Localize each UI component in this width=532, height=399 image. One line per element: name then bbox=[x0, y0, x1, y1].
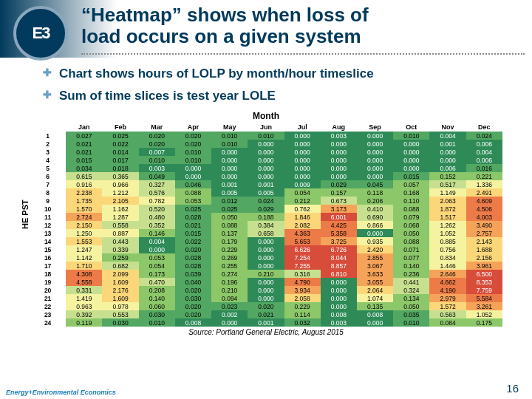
bullet-list: Chart shows hours of LOLP by month/hour … bbox=[30, 66, 517, 103]
heatmap-cell: 1.142 bbox=[66, 253, 102, 262]
heatmap-cell: 0.004 bbox=[139, 237, 175, 245]
heatmap-cell: 0.025 bbox=[175, 205, 211, 213]
heatmap-cell: 0.010 bbox=[211, 132, 248, 140]
heatmap-cell: 0.212 bbox=[284, 197, 321, 205]
heatmap-cell: 0.010 bbox=[175, 148, 211, 156]
heatmap-cell: 0.563 bbox=[429, 310, 466, 318]
heatmap-cell: 0.022 bbox=[102, 140, 138, 148]
heatmap-cell: 0.000 bbox=[357, 229, 393, 237]
heatmap-cell: 0.682 bbox=[102, 262, 138, 270]
heatmap-cell: 1.052 bbox=[466, 310, 502, 318]
heatmap-cell: 0.060 bbox=[139, 302, 175, 310]
heatmap-cell: 2.099 bbox=[102, 270, 138, 278]
heatmap-cell: 0.000 bbox=[248, 245, 284, 253]
heatmap-cell: 0.020 bbox=[175, 302, 211, 310]
heatmap-cell: 2.143 bbox=[466, 237, 502, 245]
col-header: Jan bbox=[66, 123, 102, 132]
heatmap-cell: 0.079 bbox=[393, 213, 429, 221]
heatmap-cell: 0.110 bbox=[393, 197, 429, 205]
heatmap-cell: 3.055 bbox=[357, 278, 393, 286]
heatmap-cell: 2.420 bbox=[357, 245, 393, 253]
heatmap-cell: 0.000 bbox=[284, 140, 321, 148]
heatmap-cell: 1.517 bbox=[429, 213, 466, 221]
heatmap-cell: 0.000 bbox=[248, 286, 284, 294]
heatmap-cell: 1.446 bbox=[429, 262, 466, 270]
heatmap-cell: 1.287 bbox=[102, 213, 138, 221]
heatmap-cell: 1.162 bbox=[102, 205, 138, 213]
heatmap-cell: 0.003 bbox=[321, 132, 357, 140]
heatmap-cell: 0.000 bbox=[211, 156, 248, 164]
heatmap-cell: 0.088 bbox=[393, 205, 429, 213]
heatmap-cell: 0.000 bbox=[321, 148, 357, 156]
heatmap-cell: 0.173 bbox=[139, 270, 175, 278]
heatmap-cell: 0.140 bbox=[393, 262, 429, 270]
heatmap-cell: 0.088 bbox=[211, 221, 248, 229]
heatmap-cell: 0.001 bbox=[211, 180, 248, 188]
heatmap-cell: 1.262 bbox=[429, 221, 466, 229]
heatmap-cell: 6.001 bbox=[321, 213, 357, 221]
heatmap-table: JanFebMarAprMayJunJulAugSepOctNovDec10.0… bbox=[30, 123, 502, 327]
heatmap-cell: 0.054 bbox=[139, 262, 175, 270]
heatmap-cell: 0.046 bbox=[175, 180, 211, 188]
row-header: 13 bbox=[30, 229, 66, 237]
heatmap-cell: 0.028 bbox=[175, 253, 211, 262]
heatmap-cell: 0.000 bbox=[248, 164, 284, 172]
heatmap-cell: 8.353 bbox=[466, 278, 502, 286]
row-header: 9 bbox=[30, 197, 66, 205]
heatmap-cell: 0.443 bbox=[102, 237, 138, 245]
heatmap-cell: 0.229 bbox=[211, 245, 248, 253]
heatmap-cell: 0.000 bbox=[321, 294, 357, 302]
heatmap-cell: 0.000 bbox=[284, 148, 321, 156]
heatmap-cell: 0.175 bbox=[466, 318, 502, 327]
heatmap-cell: 0.520 bbox=[139, 205, 175, 213]
heatmap-cell: 0.028 bbox=[175, 262, 211, 270]
heatmap-cell: 0.517 bbox=[429, 180, 466, 188]
heatmap-cell: 0.269 bbox=[211, 253, 248, 262]
heatmap-cell: 7.255 bbox=[284, 262, 321, 270]
heatmap-cell: 0.352 bbox=[139, 221, 175, 229]
heatmap-cell: 0.000 bbox=[357, 140, 393, 148]
heatmap-cell: 0.000 bbox=[248, 294, 284, 302]
heatmap-cell: 1.710 bbox=[66, 262, 102, 270]
heatmap-cell: 0.576 bbox=[139, 188, 175, 197]
heatmap-cell: 0.045 bbox=[357, 180, 393, 188]
heatmap-chart: Month HE PST JanFebMarAprMayJunJulAugSep… bbox=[30, 111, 502, 336]
heatmap-cell: 0.023 bbox=[211, 302, 248, 310]
heatmap-cell: 0.000 bbox=[321, 302, 357, 310]
heatmap-cell: 1.212 bbox=[102, 188, 138, 197]
heatmap-cell: 2.979 bbox=[429, 294, 466, 302]
heatmap-cell: 0.000 bbox=[321, 156, 357, 164]
heatmap-cell: 0.558 bbox=[102, 221, 138, 229]
heatmap-cell: 0.050 bbox=[393, 229, 429, 237]
heatmap-cell: 0.000 bbox=[393, 164, 429, 172]
heatmap-cell: 0.010 bbox=[175, 156, 211, 164]
heatmap-cell: 1.052 bbox=[429, 229, 466, 237]
heatmap-cell: 0.000 bbox=[248, 278, 284, 286]
col-header: Sep bbox=[357, 123, 393, 132]
heatmap-cell: 0.935 bbox=[357, 237, 393, 245]
row-header: 19 bbox=[30, 278, 66, 286]
heatmap-cell: 0.000 bbox=[429, 156, 466, 164]
heatmap-cell: 0.020 bbox=[139, 140, 175, 148]
heatmap-cell: 0.179 bbox=[211, 237, 248, 245]
heatmap-cell: 0.003 bbox=[321, 318, 357, 327]
bullet-item: Sum of time slices is test year LOLE bbox=[59, 89, 517, 103]
heatmap-cell: 3.067 bbox=[357, 262, 393, 270]
heatmap-cell: 0.000 bbox=[357, 156, 393, 164]
heatmap-cell: 1.609 bbox=[102, 294, 138, 302]
heatmap-cell: 0.030 bbox=[139, 310, 175, 318]
heatmap-cell: 0.210 bbox=[248, 270, 284, 278]
x-axis-label: Month bbox=[30, 111, 502, 121]
heatmap-cell: 0.049 bbox=[139, 172, 175, 180]
heatmap-cell: 1.872 bbox=[429, 205, 466, 213]
heatmap-cell: 0.020 bbox=[248, 302, 284, 310]
heatmap-cell: 0.008 bbox=[357, 310, 393, 318]
heatmap-cell: 0.012 bbox=[211, 197, 248, 205]
heatmap-cell: 0.365 bbox=[102, 172, 138, 180]
heatmap-cell: 0.006 bbox=[429, 164, 466, 172]
y-axis-label: HE PST bbox=[21, 200, 30, 229]
row-header: 21 bbox=[30, 294, 66, 302]
heatmap-cell: 0.054 bbox=[284, 188, 321, 197]
heatmap-cell: 2.063 bbox=[429, 197, 466, 205]
heatmap-cell: 0.068 bbox=[393, 221, 429, 229]
